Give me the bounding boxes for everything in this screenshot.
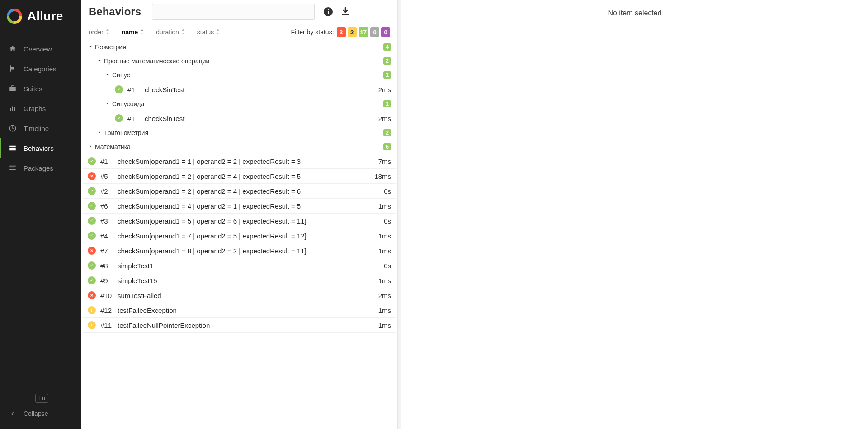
sidebar-item-behaviors[interactable]: Behaviors xyxy=(0,138,81,158)
filter-label: Filter by status: xyxy=(291,28,334,36)
tree-group[interactable]: Синус1 xyxy=(83,68,396,82)
test-row[interactable]: #12testFailedException1ms xyxy=(83,303,396,318)
svg-rect-7 xyxy=(12,107,13,112)
lang-button[interactable]: En xyxy=(35,394,48,403)
test-duration: 1ms xyxy=(378,277,391,284)
empty-state: No item selected xyxy=(410,9,859,17)
test-duration: 2ms xyxy=(378,115,391,122)
filter-skipped[interactable]: 0 xyxy=(370,27,379,37)
header-actions xyxy=(323,6,351,17)
test-name: checkSum[operand1 = 1 | operand2 = 2 | e… xyxy=(118,158,378,165)
test-row[interactable]: #9simpleTest151ms xyxy=(83,273,396,288)
status-passed-icon xyxy=(88,276,96,284)
info-icon[interactable] xyxy=(323,6,334,17)
svg-rect-13 xyxy=(11,148,16,149)
status-passed-icon xyxy=(88,202,96,210)
test-number: #3 xyxy=(100,217,113,225)
test-row[interactable]: #1checkSum[operand1 = 1 | operand2 = 2 |… xyxy=(83,154,396,169)
page-title: Behaviors xyxy=(89,5,141,18)
sidebar-nav: OverviewCategoriesSuitesGraphsTimelineBe… xyxy=(0,34,81,389)
test-row[interactable]: #11testFailedNullPointerException1ms xyxy=(83,318,396,333)
sidebar-item-packages[interactable]: Packages xyxy=(0,158,81,178)
sorter-status[interactable]: status xyxy=(197,28,220,36)
filter-broken[interactable]: 2 xyxy=(348,27,357,37)
test-row[interactable]: #5checkSum[operand1 = 2 | operand2 = 4 |… xyxy=(83,169,396,184)
search-input[interactable] xyxy=(152,4,315,20)
test-name: checkSinTest xyxy=(145,86,378,93)
test-name: sumTestFailed xyxy=(118,292,378,299)
svg-rect-16 xyxy=(9,166,16,167)
sidebar-item-overview[interactable]: Overview xyxy=(0,39,81,59)
sidebar-item-graphs[interactable]: Graphs xyxy=(0,98,81,118)
sorter-name[interactable]: name xyxy=(122,28,145,36)
sorter-duration[interactable]: duration xyxy=(156,28,185,36)
tree-panel[interactable]: Behaviors ordernamedurationstatus Filter… xyxy=(81,0,398,429)
group-label: Простые математические операции xyxy=(104,57,209,65)
tree-group[interactable]: Математика6 xyxy=(83,140,396,154)
sorter-order[interactable]: order xyxy=(89,28,110,36)
test-row[interactable]: #6checkSum[operand1 = 4 | operand2 = 1 |… xyxy=(83,199,396,214)
test-row[interactable]: #1checkSinTest2ms xyxy=(83,82,396,97)
status-passed-icon xyxy=(115,114,123,122)
filter-failed[interactable]: 3 xyxy=(337,27,346,37)
sidebar-item-suites[interactable]: Suites xyxy=(0,79,81,98)
test-name: checkSum[operand1 = 4 | operand2 = 1 | e… xyxy=(118,202,378,210)
tree-group[interactable]: Тригонометрия2 xyxy=(83,126,396,140)
test-duration: 2ms xyxy=(378,292,391,299)
sidebar-item-label: Categories xyxy=(24,65,57,73)
filter-passed[interactable]: 17 xyxy=(359,27,368,37)
test-row[interactable]: #2checkSum[operand1 = 2 | operand2 = 4 |… xyxy=(83,184,396,199)
test-row[interactable]: #3checkSum[operand1 = 5 | operand2 = 6 |… xyxy=(83,214,396,228)
svg-rect-22 xyxy=(342,14,349,15)
test-name: checkSum[operand1 = 5 | operand2 = 6 | e… xyxy=(118,217,384,225)
test-name: simpleTest15 xyxy=(118,277,378,284)
test-duration: 1ms xyxy=(378,307,391,314)
detail-panel: No item selected xyxy=(401,0,868,429)
download-icon[interactable] xyxy=(340,6,351,17)
svg-rect-11 xyxy=(11,146,16,147)
sorters: ordernamedurationstatus xyxy=(89,28,232,36)
svg-rect-5 xyxy=(11,86,14,87)
count-badge: 4 xyxy=(383,43,391,51)
test-duration: 1ms xyxy=(378,322,391,329)
test-name: testFailedException xyxy=(118,307,378,314)
brand[interactable]: Allure xyxy=(0,0,81,34)
filter-unknown[interactable]: 0 xyxy=(381,27,390,37)
sidebar-item-categories[interactable]: Categories xyxy=(0,59,81,79)
test-row[interactable]: #1checkSinTest2ms xyxy=(83,111,396,126)
test-number: #11 xyxy=(100,322,113,329)
test-duration: 0s xyxy=(384,217,391,225)
test-row[interactable]: #4checkSum[operand1 = 7 | operand2 = 5 |… xyxy=(83,228,396,243)
svg-rect-14 xyxy=(9,149,11,150)
splitter[interactable] xyxy=(398,0,401,429)
svg-point-25 xyxy=(91,324,92,325)
status-passed-icon xyxy=(88,187,96,195)
tree-group[interactable]: Геометрия4 xyxy=(83,40,396,54)
test-row[interactable]: #7checkSum[operand1 = 8 | operand2 = 2 |… xyxy=(83,243,396,258)
test-duration: 0s xyxy=(384,262,391,270)
group-label: Тригонометрия xyxy=(104,129,148,136)
status-passed-icon xyxy=(88,232,96,240)
svg-rect-26 xyxy=(91,325,92,326)
count-badge: 1 xyxy=(383,100,391,107)
sidebar-item-timeline[interactable]: Timeline xyxy=(0,118,81,138)
tree-group[interactable]: Синусоида1 xyxy=(83,97,396,111)
tree-group[interactable]: Простые математические операции2 xyxy=(83,54,396,68)
sorter-row: ordernamedurationstatus Filter by status… xyxy=(81,23,397,40)
test-number: #4 xyxy=(100,232,113,240)
app-root: Allure OverviewCategoriesSuitesGraphsTim… xyxy=(0,0,868,429)
test-row[interactable]: #10sumTestFailed2ms xyxy=(83,288,396,303)
sidebar: Allure OverviewCategoriesSuitesGraphsTim… xyxy=(0,0,81,429)
test-name: checkSum[operand1 = 2 | operand2 = 4 | e… xyxy=(118,187,384,195)
test-row[interactable]: #8simpleTest10s xyxy=(83,258,396,273)
test-name: checkSum[operand1 = 2 | operand2 = 4 | e… xyxy=(118,173,374,180)
sort-caret-icon xyxy=(105,28,110,36)
test-number: #8 xyxy=(100,262,113,270)
svg-point-21 xyxy=(328,9,329,10)
sidebar-bottom: En Collapse xyxy=(0,389,81,429)
sidebar-item-label: Graphs xyxy=(24,105,46,112)
chevron-icon xyxy=(105,100,109,107)
group-label: Синусоида xyxy=(112,100,144,107)
collapse-button[interactable]: Collapse xyxy=(0,403,81,424)
test-duration: 7ms xyxy=(378,158,391,165)
